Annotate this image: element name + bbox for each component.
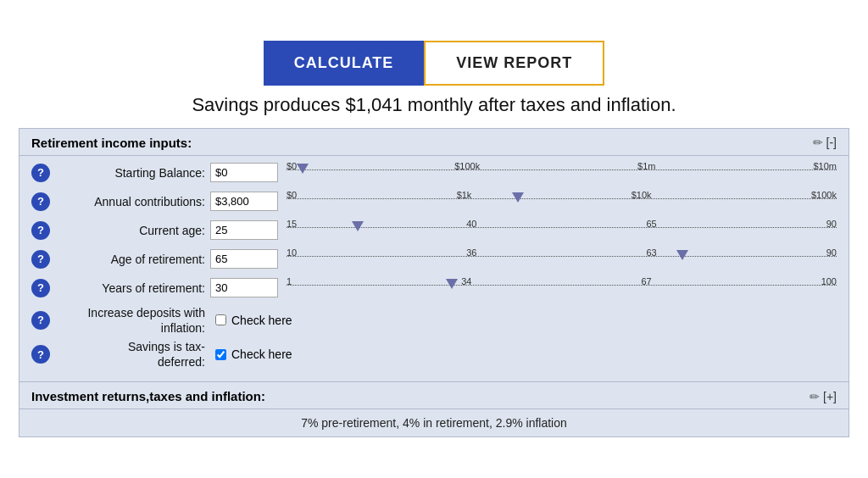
calculate-button[interactable]: CALCULATE: [264, 41, 425, 86]
annual-contributions-slider[interactable]: $0 $1k $10k $100k: [287, 190, 837, 214]
section1-body: ? Starting Balance: $0 $100k $1m $10m: [19, 156, 849, 382]
sl0-thumb: [297, 164, 309, 174]
sl1-thumb: [512, 192, 524, 203]
tax-deferred-checkbox[interactable]: [215, 349, 226, 360]
increase-deposits-input-area: Check here: [215, 314, 292, 327]
section2-pencil-icon[interactable]: ✏: [810, 390, 820, 403]
section2-header: Investment returns,taxes and inflation: …: [19, 382, 849, 409]
annual-contributions-input-wrap: [210, 192, 278, 211]
retirement-age-row: ? Age of retirement: 10 36 63 90: [31, 247, 837, 271]
years-of-retirement-slider[interactable]: 1 34 67 100: [287, 276, 837, 300]
years-of-retirement-input-wrap: [210, 278, 278, 297]
sl4-line: [287, 285, 837, 286]
current-age-input[interactable]: [210, 220, 278, 240]
retirement-age-input-wrap: [210, 249, 278, 269]
investment-returns-section: Investment returns,taxes and inflation: …: [19, 382, 849, 437]
current-age-input-wrap: [210, 220, 278, 240]
starting-balance-input[interactable]: [210, 163, 278, 182]
sl0-line: [287, 170, 837, 170]
section1-controls: ✏ [-]: [813, 136, 837, 149]
section2-controls: ✏ [+]: [810, 390, 837, 403]
retirement-age-label: Age of retirement:: [53, 252, 210, 267]
retirement-age-input[interactable]: [210, 249, 278, 269]
current-age-help[interactable]: ?: [31, 221, 50, 240]
expand-button[interactable]: [+]: [823, 390, 837, 403]
increase-deposits-help[interactable]: ?: [31, 311, 50, 330]
starting-balance-slider[interactable]: $0 $100k $1m $10m: [287, 161, 837, 185]
retirement-age-help[interactable]: ?: [31, 250, 50, 269]
view-report-button[interactable]: VIEW REPORT: [424, 41, 604, 86]
starting-balance-input-wrap: [210, 163, 278, 182]
increase-deposits-row: ? Increase deposits withinflation: Check…: [31, 305, 837, 336]
sl2-thumb: [352, 221, 364, 231]
current-age-label: Current age:: [53, 223, 210, 238]
increase-deposits-check-label: Check here: [231, 314, 292, 327]
sl3-thumb: [676, 250, 688, 260]
sl2-line: [287, 227, 837, 228]
tax-deferred-label: Savings is tax-deferred:: [53, 339, 210, 370]
section1-title: Retirement income inputs:: [31, 136, 192, 150]
retirement-inputs-section: Retirement income inputs: ✏ [-] ? Starti…: [19, 128, 849, 383]
years-of-retirement-help[interactable]: ?: [31, 279, 50, 297]
section2-title: Investment returns,taxes and inflation:: [31, 389, 265, 403]
summary-text: Savings produces $1,041 monthly after ta…: [19, 94, 849, 116]
tax-deferred-check-label: Check here: [231, 347, 292, 361]
starting-balance-label: Starting Balance:: [53, 165, 210, 181]
investment-returns-subtitle: 7% pre-retirement, 4% in retirement, 2.9…: [31, 416, 837, 430]
years-of-retirement-input[interactable]: [210, 278, 278, 297]
collapse-button[interactable]: [-]: [826, 136, 837, 149]
annual-contributions-label: Annual contributions:: [53, 194, 210, 209]
tax-deferred-row: ? Savings is tax-deferred: Check here: [31, 339, 837, 370]
starting-balance-row: ? Starting Balance: $0 $100k $1m $10m: [31, 161, 837, 185]
section1-header: Retirement income inputs: ✏ [-]: [19, 129, 849, 156]
years-of-retirement-label: Years of retirement:: [53, 281, 210, 296]
sl1-line: [287, 198, 837, 199]
retirement-age-slider[interactable]: 10 36 63 90: [287, 247, 837, 271]
pencil-icon[interactable]: ✏: [813, 136, 823, 149]
tax-deferred-input-area: Check here: [215, 347, 292, 361]
annual-contributions-input[interactable]: [210, 192, 278, 211]
annual-contributions-help[interactable]: ?: [31, 192, 50, 211]
starting-balance-help[interactable]: ?: [31, 164, 50, 182]
sl4-thumb: [446, 279, 458, 289]
increase-deposits-label: Increase deposits withinflation:: [53, 305, 210, 336]
current-age-row: ? Current age: 15 40 65 90: [31, 219, 837, 242]
annual-contributions-row: ? Annual contributions: $0 $1k $10k $100…: [31, 190, 837, 214]
section2-body: 7% pre-retirement, 4% in retirement, 2.9…: [19, 409, 849, 436]
sl3-line: [287, 256, 837, 257]
years-of-retirement-row: ? Years of retirement: 1 34 67 100: [31, 276, 837, 300]
top-buttons: CALCULATE VIEW REPORT: [19, 41, 849, 86]
current-age-slider[interactable]: 15 40 65 90: [287, 219, 837, 242]
tax-deferred-help[interactable]: ?: [31, 345, 50, 364]
increase-deposits-checkbox[interactable]: [215, 314, 226, 325]
main-container: CALCULATE VIEW REPORT Savings produces $…: [19, 32, 849, 447]
